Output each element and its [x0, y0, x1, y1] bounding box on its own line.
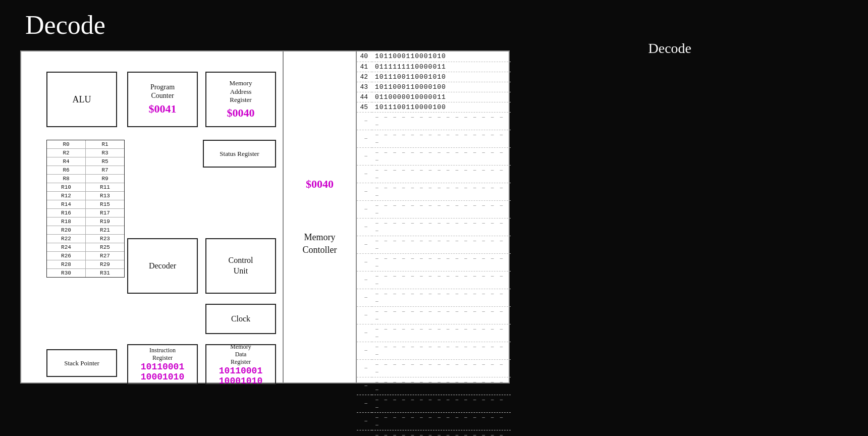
register-row: R0R1 — [47, 140, 124, 149]
memory-value-empty: – – – – – – – – – – – – – – – – — [372, 289, 511, 306]
register-cell: R13 — [86, 192, 124, 200]
memory-value-empty: – – – – – – – – – – – – – – – – — [372, 271, 511, 289]
register-cell: R30 — [47, 269, 86, 277]
memory-row: 440110000010000011 — [357, 92, 511, 102]
decoder-label: Decoder — [149, 261, 176, 270]
memory-row-empty: –– – – – – – – – – – – – – – – – — [357, 236, 511, 253]
register-cell: R16 — [47, 209, 86, 217]
memory-value: 1011000110001010 — [372, 51, 511, 62]
memory-value-empty: – – – – – – – – – – – – – – – – — [372, 147, 511, 165]
register-cell: R20 — [47, 226, 86, 234]
memory-row-empty: –– – – – – – – – – – – – – – – – — [357, 430, 511, 436]
register-cell: R26 — [47, 252, 86, 260]
cpu-section: ALU ProgramCounter $0041 MemoryAddressRe… — [21, 51, 284, 383]
memory-address-empty: – — [357, 430, 372, 436]
memory-row-empty: –– – – – – – – – – – – – – – – – — [357, 412, 511, 430]
register-row: R22R23 — [47, 235, 124, 243]
register-row: R26R27 — [47, 252, 124, 260]
memory-row: 401011000110001010 — [357, 51, 511, 62]
memory-row-empty: –– – – – – – – – – – – – – – – – — [357, 342, 511, 359]
register-row: R16R17 — [47, 209, 124, 217]
register-cell: R2 — [47, 149, 86, 157]
register-row: R14R15 — [47, 200, 124, 209]
mc-label: MemoryContoller — [303, 231, 337, 256]
memory-value-empty: – – – – – – – – – – – – – – – – — [372, 130, 511, 147]
register-row: R8R9 — [47, 175, 124, 183]
ir-value2: 10001010 — [141, 372, 184, 382]
clock-box: Clock — [205, 304, 276, 334]
status-register-box: Status Register — [203, 140, 276, 168]
main-diagram: ALU ProgramCounter $0041 MemoryAddressRe… — [20, 50, 510, 384]
memory-row-empty: –– – – – – – – – – – – – – – – – — [357, 306, 511, 324]
mar-box: MemoryAddressRegister $0040 — [205, 72, 276, 127]
memory-address-empty: – — [357, 412, 372, 430]
mdr-label: MemoryDataRegister — [230, 344, 251, 366]
memory-row-empty: –– – – – – – – – – – – – – – – – — [357, 377, 511, 395]
register-cell: R5 — [86, 157, 124, 166]
memory-value: 1011100110001010 — [372, 72, 511, 82]
register-cell: R9 — [86, 175, 124, 183]
ir-value1: 10110001 — [141, 362, 184, 372]
memory-address-empty: – — [357, 147, 372, 165]
register-cell: R10 — [47, 183, 86, 191]
ir-label: InstructionRegister — [149, 347, 176, 362]
memory-row-empty: –– – – – – – – – – – – – – – – – — [357, 218, 511, 236]
memory-address-empty: – — [357, 253, 372, 271]
sidebar-title: Decode — [648, 40, 691, 57]
register-cell: R18 — [47, 217, 86, 226]
register-cell: R3 — [86, 149, 124, 157]
memory-address: 41 — [357, 62, 372, 72]
memory-row-empty: –– – – – – – – – – – – – – – – – — [357, 200, 511, 218]
memory-address: 40 — [357, 51, 372, 62]
register-cell: R8 — [47, 175, 86, 183]
memory-value-empty: – – – – – – – – – – – – – – – – — [372, 412, 511, 430]
register-cell: R28 — [47, 260, 86, 268]
memory-row-empty: –– – – – – – – – – – – – – – – – — [357, 359, 511, 377]
mar-label: MemoryAddressRegister — [230, 79, 252, 105]
memory-address-empty: – — [357, 377, 372, 395]
memory-address: 42 — [357, 72, 372, 82]
register-row: R24R25 — [47, 243, 124, 252]
memory-address-empty: – — [357, 342, 372, 359]
status-register-label: Status Register — [220, 150, 259, 158]
register-cell: R12 — [47, 192, 86, 200]
memory-row-empty: –– – – – – – – – – – – – – – – – — [357, 147, 511, 165]
memory-value: 1011000110000100 — [372, 82, 511, 92]
memory-address-empty: – — [357, 218, 372, 236]
mdr-value2: 10001010 — [219, 376, 262, 385]
mc-value: $0040 — [306, 178, 334, 191]
register-cell: R19 — [86, 217, 124, 226]
memory-row-empty: –– – – – – – – – – – – – – – – – — [357, 112, 511, 130]
register-cell: R23 — [86, 235, 124, 243]
register-cell: R22 — [47, 235, 86, 243]
register-row: R4R5 — [47, 157, 124, 166]
register-cell: R17 — [86, 209, 124, 217]
memory-address-empty: – — [357, 306, 372, 324]
instruction-register-box: InstructionRegister 10110001 10001010 — [127, 344, 198, 385]
memory-row: 410111111110000011 — [357, 62, 511, 72]
memory-row-empty: –– – – – – – – – – – – – – – – – — [357, 253, 511, 271]
register-row: R10R11 — [47, 183, 124, 192]
stack-pointer-box: Stack Pointer — [46, 349, 117, 377]
memory-value-empty: – – – – – – – – – – – – – – – – — [372, 342, 511, 359]
memory-value-empty: – – – – – – – – – – – – – – – – — [372, 377, 511, 395]
memory-address-empty: – — [357, 130, 372, 147]
memory-row: 421011100110001010 — [357, 72, 511, 82]
register-cell: R0 — [47, 140, 86, 148]
memory-row-empty: –– – – – – – – – – – – – – – – – — [357, 183, 511, 200]
memory-section: 4010110001100010104101111111100000114210… — [357, 51, 511, 383]
register-cell: R1 — [86, 140, 124, 148]
register-cell: R7 — [86, 166, 124, 174]
memory-address-empty: – — [357, 289, 372, 306]
memory-controller-section: $0040 MemoryContoller — [284, 51, 357, 383]
mar-value: $0040 — [227, 106, 255, 120]
stack-pointer-label: Stack Pointer — [64, 359, 99, 367]
register-row: R28R29 — [47, 260, 124, 269]
memory-row-empty: –– – – – – – – – – – – – – – – – — [357, 271, 511, 289]
memory-address-empty: – — [357, 271, 372, 289]
memory-value-empty: – – – – – – – – – – – – – – – – — [372, 183, 511, 200]
pc-label: ProgramCounter — [150, 83, 175, 100]
control-unit-label: ControlUnit — [229, 255, 253, 277]
register-cell: R11 — [86, 183, 124, 191]
memory-row: 451011100110000100 — [357, 102, 511, 112]
